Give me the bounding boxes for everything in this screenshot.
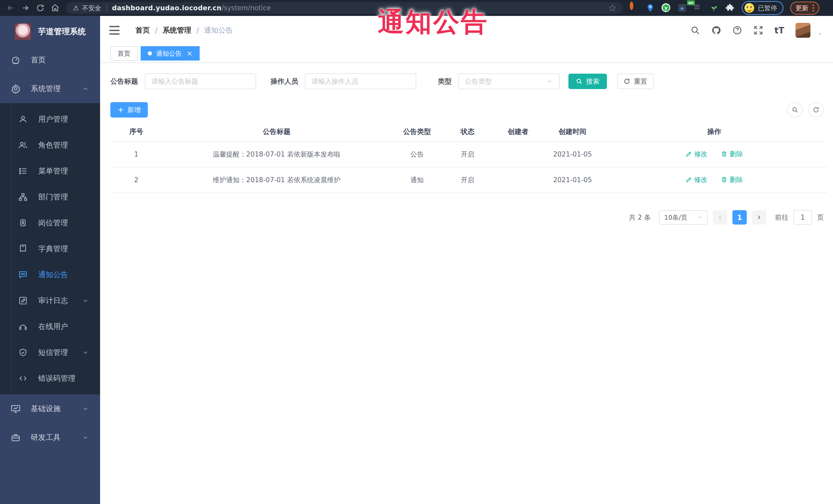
search-icon[interactable] [690,25,700,35]
extension-orange-icon[interactable] [630,3,639,13]
profile-chip[interactable]: 已暂停 [742,1,783,15]
type-label: 类型 [438,77,452,86]
dashboard-icon [11,55,21,65]
app-title: 芋道管理系统 [38,26,86,37]
sidebar-item-menu-management[interactable]: 菜单管理 [0,158,100,184]
tab-notice-announcement[interactable]: 通知公告 × [141,46,200,61]
show-search-toggle-button[interactable] [787,102,803,118]
add-button[interactable]: + 新增 [110,102,148,118]
chevron-down-icon [697,215,703,220]
sidebar-item-notice-announcement[interactable]: 通知公告 [0,262,100,288]
edit-link[interactable]: 修改 [686,150,708,159]
chevron-down-icon [82,297,89,304]
notice-type-select[interactable]: 公告类型 [458,73,560,89]
row-title: 温馨提醒：2018-07-01 若依新版本发布啦 [162,141,391,167]
chevron-down-icon [82,405,89,412]
next-page-button[interactable] [752,210,766,224]
page-size-select[interactable]: 10条/页 [659,210,708,224]
system-management-submenu: 用户管理 角色管理 菜单管理 部门管理 岗位管理 字典管理 [0,103,100,394]
extension-pin-icon[interactable] [646,3,655,13]
table-toolbar: + 新增 [110,102,824,118]
breadcrumb-home[interactable]: 首页 [136,25,150,35]
fullscreen-icon[interactable] [754,25,763,35]
font-size-icon[interactable]: tT [775,26,784,34]
chevron-down-icon [546,78,553,85]
delete-link[interactable]: 删除 [721,175,743,184]
notice-title-label: 公告标题 [110,77,138,86]
edit-link[interactable]: 修改 [686,175,708,184]
search-form: 公告标题 操作人员 类型 公告类型 搜索 重置 [110,73,824,89]
close-tab-icon[interactable]: × [187,50,192,57]
collapse-sidebar-icon[interactable] [109,26,120,34]
sidebar-item-department-management[interactable]: 部门管理 [0,184,100,210]
reload-icon[interactable] [36,4,45,12]
app-logo [15,23,31,40]
sidebar-item-online-users[interactable]: 在线用户 [0,314,100,339]
monitor-icon [11,404,21,414]
refresh-table-button[interactable] [808,102,824,118]
address-bar[interactable]: ⚠ 不安全 dashboard.yudao.iocoder.cn /system… [66,2,623,14]
sidebar-item-sms-management[interactable]: 短信管理 [0,339,100,365]
notice-title-input[interactable] [145,73,256,89]
sidebar-item-role-management[interactable]: 角色管理 [0,132,100,158]
table-header-row: 序号 公告标题 公告类型 状态 创建者 创建时间 操作 [110,122,827,141]
table-row: 1 温馨提醒：2018-07-01 若依新版本发布啦 公告 开启 2021-01… [110,141,827,167]
row-status: 开启 [443,141,492,167]
back-icon[interactable] [6,4,15,12]
extensions-puzzle-icon[interactable] [725,3,735,13]
active-tab-dot [148,51,152,55]
sidebar-item-home[interactable]: 首页 [0,46,100,74]
forward-icon[interactable] [21,4,30,12]
update-browser-button[interactable]: 更新 [790,2,819,15]
sidebar-item-system-management[interactable]: 系统管理 [0,74,100,103]
prev-page-button[interactable] [713,210,727,224]
help-icon[interactable] [732,25,742,35]
online-users-icon [19,322,27,331]
plus-icon: + [117,106,124,114]
user-icon [19,115,27,124]
refresh-icon [624,78,630,85]
row-type: 公告 [391,141,443,167]
update-label: 更新 [795,4,808,12]
sidebar-item-dict-management[interactable]: 字典管理 [0,236,100,262]
sidebar-logo-row[interactable]: 芋道管理系统 [0,16,100,46]
total-count-label: 共 2 条 [629,213,651,222]
extension-on-badge-icon[interactable]: on [693,3,703,13]
browser-menu-icon[interactable] [812,4,814,11]
extensions-area: y ◆ on [630,3,735,13]
search-button[interactable]: 搜索 [568,74,607,89]
org-tree-icon [19,192,27,201]
sidebar-item-error-code-management[interactable]: 错误码管理 [0,365,100,391]
sidebar-item-infrastructure[interactable]: 基础设施 [0,394,100,423]
address-divider [106,4,107,11]
breadcrumb-system-management[interactable]: 系统管理 [163,25,191,35]
delete-link[interactable]: 删除 [721,150,743,159]
app-header: 首页 / 系统管理 / 通知公告 tT [100,16,833,45]
row-status: 开启 [443,167,492,193]
reset-button[interactable]: 重置 [617,74,653,89]
goto-page-input[interactable] [793,210,812,225]
bookmark-star-icon[interactable] [608,4,616,12]
sidebar-item-dev-tools[interactable]: 研发工具 [0,423,100,452]
pencil-icon [686,151,692,157]
extension-green-circle-icon[interactable]: y [662,3,671,13]
sidebar-item-audit-log[interactable]: 审计日志 [0,288,100,314]
row-created-time: 2021-01-05 [544,167,601,193]
row-index: 1 [110,141,162,167]
avatar-caret-icon[interactable] [817,31,823,37]
row-title: 维护通知：2018-07-01 若依系统凌晨维护 [162,167,391,193]
chevron-up-icon [82,86,89,92]
sidebar-item-post-management[interactable]: 岗位管理 [0,210,100,236]
home-icon[interactable] [51,4,60,12]
extension-sprout-icon[interactable] [709,3,718,13]
github-icon[interactable] [711,25,721,35]
extension-diamond-icon[interactable]: ◆ [677,3,687,13]
refresh-icon [813,106,819,113]
not-secure-warning-icon: ⚠ [73,4,79,12]
operator-input[interactable] [305,73,416,89]
sidebar-item-user-management[interactable]: 用户管理 [0,106,100,132]
table-row: 2 维护通知：2018-07-01 若依系统凌晨维护 通知 开启 2021-01… [110,167,827,193]
tab-home[interactable]: 首页 [110,46,138,61]
page-number-1[interactable]: 1 [732,210,747,224]
user-avatar[interactable] [795,23,810,38]
